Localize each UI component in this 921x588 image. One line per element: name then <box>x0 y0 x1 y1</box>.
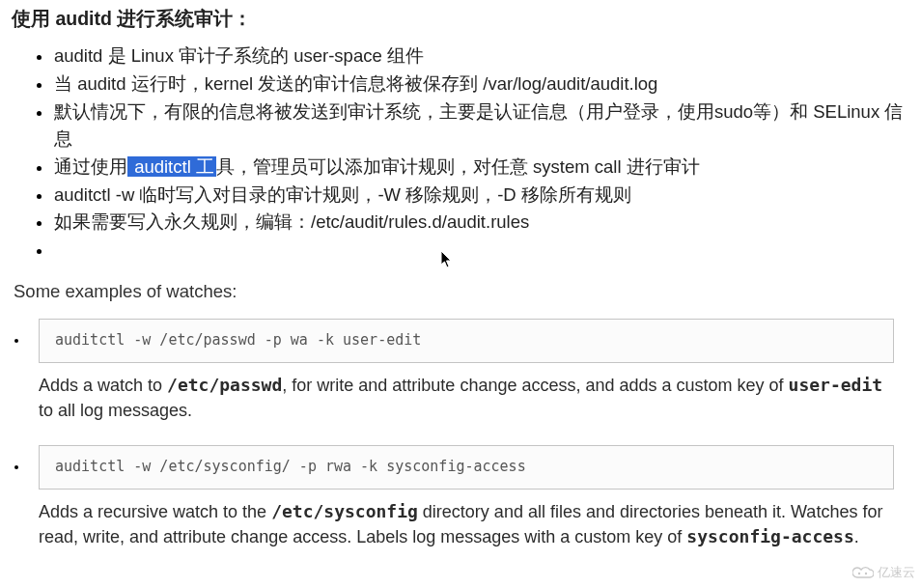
bullet-item: 通过使用 auditctl 工具，管理员可以添加审计规则，对任意 system … <box>52 154 909 182</box>
example-description: Adds a watch to /etc/passwd, for write a… <box>39 373 894 424</box>
bullet-item: 当 auditd 运行时，kernel 发送的审计信息将被保存到 /var/lo… <box>52 70 909 98</box>
desc-code-path: /etc/sysconfig <box>271 501 418 521</box>
document-page: 使用 auditd 进行系统审计： auditd 是 Linux 审计子系统的 … <box>0 0 921 583</box>
main-bullet-list: auditd 是 Linux 审计子系统的 user-space 组件 当 au… <box>12 42 909 264</box>
desc-code-key: user-edit <box>789 375 883 395</box>
desc-code-path: /etc/passwd <box>167 375 282 395</box>
bullet-text: 默认情况下，有限的信息将被发送到审计系统，主要是认证信息（用户登录，使用sudo… <box>54 101 903 150</box>
bullet-text: 如果需要写入永久规则，编辑：/etc/audit/rules.d/audit.r… <box>54 211 529 232</box>
desc-text: Adds a recursive watch to the <box>39 502 271 521</box>
highlight-span: auditctl 工 <box>127 156 216 177</box>
bullet-item: auditctl -w 临时写入对目录的审计规则，-W 移除规则，-D 移除所有… <box>52 182 909 210</box>
bullet-text: auditctl -w 临时写入对目录的审计规则，-W 移除规则，-D 移除所有… <box>54 184 631 205</box>
bullet-text-pre: 通过使用 <box>54 156 127 177</box>
bullet-item: 默认情况下，有限的信息将被发送到审计系统，主要是认证信息（用户登录，使用sudo… <box>52 98 909 154</box>
desc-text: Adds a watch to <box>39 376 167 395</box>
example-item: auditctl -w /etc/sysconfig/ -p rwa -k sy… <box>29 445 909 550</box>
bullet-text-post: 具，管理员可以添加审计规则，对任意 system call 进行审计 <box>216 156 700 177</box>
examples-list: auditctl -w /etc/passwd -p wa -k user-ed… <box>12 319 909 550</box>
example-item: auditctl -w /etc/passwd -p wa -k user-ed… <box>29 319 909 424</box>
bullet-item-empty <box>52 237 909 265</box>
desc-text: , for write and attribute change access,… <box>282 376 788 395</box>
bullet-text: 当 auditd 运行时，kernel 发送的审计信息将被保存到 /var/lo… <box>54 73 657 94</box>
code-block: auditctl -w /etc/passwd -p wa -k user-ed… <box>39 319 894 363</box>
bullet-text: auditd 是 Linux 审计子系统的 user-space 组件 <box>54 45 424 66</box>
examples-heading: Some examples of watches: <box>14 278 907 306</box>
bullet-item: auditd 是 Linux 审计子系统的 user-space 组件 <box>52 42 909 70</box>
desc-code-key: sysconfig-access <box>686 526 853 546</box>
example-description: Adds a recursive watch to the /etc/sysco… <box>39 499 894 550</box>
bullet-item: 如果需要写入永久规则，编辑：/etc/audit/rules.d/audit.r… <box>52 209 909 237</box>
desc-text: to all log messages. <box>39 401 192 420</box>
code-block: auditctl -w /etc/sysconfig/ -p rwa -k sy… <box>39 445 894 490</box>
desc-text: . <box>854 527 859 546</box>
section-heading: 使用 auditd 进行系统审计： <box>12 4 909 33</box>
